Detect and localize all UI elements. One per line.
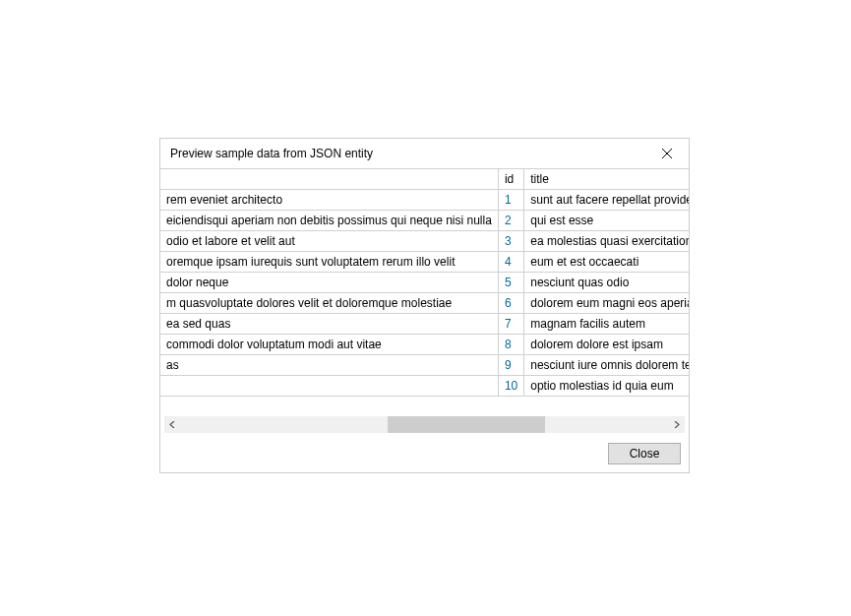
close-icon-button[interactable] xyxy=(644,139,689,168)
scrollbar-track[interactable] xyxy=(181,416,668,433)
table-row[interactable]: rem eveniet architecto1sunt aut facere r… xyxy=(160,190,689,211)
dialog-footer: Close xyxy=(160,437,689,472)
cell-id[interactable]: 5 xyxy=(498,273,523,293)
scrollbar-thumb[interactable] xyxy=(388,416,545,433)
dialog-titlebar: Preview sample data from JSON entity xyxy=(160,139,689,168)
cell-title[interactable]: eum et est occaecati xyxy=(524,252,689,273)
cell-col0[interactable]: odio et labore et velit aut xyxy=(160,231,498,252)
cell-title[interactable]: nesciunt quas odio xyxy=(524,273,689,293)
table-row[interactable]: as9nesciunt iure omnis dolorem tempora e… xyxy=(160,355,689,376)
table-row[interactable]: eiciendisqui aperiam non debitis possimu… xyxy=(160,211,689,231)
table-row[interactable]: m quasvoluptate dolores velit et dolorem… xyxy=(160,293,689,314)
cell-col0[interactable]: eiciendisqui aperiam non debitis possimu… xyxy=(160,211,498,231)
cell-col0[interactable]: commodi dolor voluptatum modi aut vitae xyxy=(160,335,498,355)
horizontal-scrollbar[interactable] xyxy=(164,416,685,433)
cell-col0[interactable]: dolor neque xyxy=(160,273,498,293)
column-header-title[interactable]: title xyxy=(524,169,689,190)
cell-title[interactable]: dolorem eum magni eos aperiam quia xyxy=(524,293,689,314)
preview-dialog: Preview sample data from JSON entity id … xyxy=(159,138,690,473)
column-header-id[interactable]: id xyxy=(498,169,523,190)
scroll-right-arrow-icon[interactable] xyxy=(668,416,685,433)
cell-id[interactable]: 6 xyxy=(498,293,523,314)
cell-col0[interactable]: ea sed quas xyxy=(160,314,498,335)
cell-col0[interactable] xyxy=(160,376,498,397)
cell-title[interactable]: sunt aut facere repellat provident occae… xyxy=(524,190,689,211)
table-row[interactable]: commodi dolor voluptatum modi aut vitae8… xyxy=(160,335,689,355)
cell-id[interactable]: 1 xyxy=(498,190,523,211)
table-row[interactable]: oremque ipsam iurequis sunt voluptatem r… xyxy=(160,252,689,273)
column-header-blank[interactable] xyxy=(160,169,498,190)
cell-id[interactable]: 7 xyxy=(498,314,523,335)
close-icon xyxy=(662,149,672,158)
table-header-row: id title xyxy=(160,169,689,190)
cell-title[interactable]: nesciunt iure omnis dolorem tempora et a… xyxy=(524,355,689,376)
cell-col0[interactable]: as xyxy=(160,355,498,376)
cell-id[interactable]: 8 xyxy=(498,335,523,355)
cell-col0[interactable]: rem eveniet architecto xyxy=(160,190,498,211)
data-table: id title rem eveniet architecto1sunt aut… xyxy=(160,169,689,397)
cell-title[interactable]: dolorem dolore est ipsam xyxy=(524,335,689,355)
cell-id[interactable]: 4 xyxy=(498,252,523,273)
table-row[interactable]: ea sed quas7magnam facilis autem xyxy=(160,314,689,335)
table-row[interactable]: 10optio molestias id quia eum xyxy=(160,376,689,397)
cell-title[interactable]: ea molestias quasi exercitationem repell… xyxy=(524,231,689,252)
table-row[interactable]: dolor neque5nesciunt quas odio xyxy=(160,273,689,293)
data-table-container: id title rem eveniet architecto1sunt aut… xyxy=(160,168,689,397)
cell-title[interactable]: optio molestias id quia eum xyxy=(524,376,689,397)
cell-title[interactable]: qui est esse xyxy=(524,211,689,231)
cell-id[interactable]: 3 xyxy=(498,231,523,252)
dialog-title: Preview sample data from JSON entity xyxy=(170,147,644,160)
cell-col0[interactable]: oremque ipsam iurequis sunt voluptatem r… xyxy=(160,252,498,273)
cell-id[interactable]: 9 xyxy=(498,355,523,376)
cell-title[interactable]: magnam facilis autem xyxy=(524,314,689,335)
scroll-left-arrow-icon[interactable] xyxy=(164,416,181,433)
cell-id[interactable]: 2 xyxy=(498,211,523,231)
close-button[interactable]: Close xyxy=(608,443,681,464)
cell-col0[interactable]: m quasvoluptate dolores velit et dolorem… xyxy=(160,293,498,314)
cell-id[interactable]: 10 xyxy=(498,376,523,397)
table-row[interactable]: odio et labore et velit aut3ea molestias… xyxy=(160,231,689,252)
